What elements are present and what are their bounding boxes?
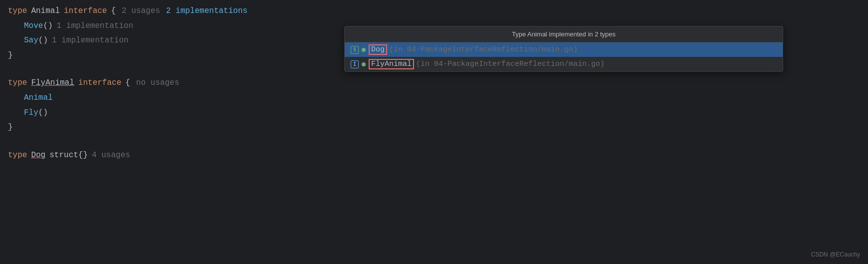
- struct-icon-dog: S: [351, 46, 359, 54]
- dot-icon-flyanimal: [362, 62, 366, 66]
- type-name-flyanimal: FlyAnimal: [31, 77, 74, 90]
- line-animal-embed: Animal: [0, 91, 868, 106]
- code-editor: type Animal interface { 2 usages 2 imple…: [0, 0, 868, 167]
- method-fly: Fly: [24, 107, 38, 120]
- method-move-parens: (): [43, 20, 52, 33]
- usages-count: 2 usages: [122, 5, 160, 18]
- keyword-type: type: [8, 5, 27, 18]
- popup-header: Type Animal implemented in 2 types: [345, 26, 783, 42]
- keyword-interface-fly: interface: [78, 77, 121, 90]
- keyword-type-dog: type: [8, 149, 27, 162]
- line-fly: Fly (): [0, 106, 868, 121]
- flyanimal-path: (in 04-PackageInterfaceReflection/main.g…: [416, 60, 605, 68]
- popup-name-box: Dog: [369, 45, 387, 54]
- move-implementation: 1 implementation: [57, 20, 134, 33]
- popup-item-flyanimal[interactable]: I FlyAnimal (in 04-PackageInterfaceRefle…: [345, 57, 783, 71]
- line-close-brace-fly: }: [0, 120, 868, 135]
- no-usages: no usages: [136, 77, 179, 90]
- dog-name-highlighted: Dog: [369, 44, 387, 55]
- type-name-animal: Animal: [31, 5, 60, 18]
- keyword-interface: interface: [64, 5, 107, 18]
- empty-line-2: [0, 135, 868, 148]
- method-fly-parens: (): [38, 107, 48, 120]
- close-brace-animal: }: [8, 49, 13, 62]
- method-say-parens: (): [38, 34, 48, 47]
- open-brace-fly: {: [125, 77, 130, 90]
- flyanimal-name-highlighted: FlyAnimal: [369, 59, 414, 69]
- keyword-type-fly: type: [8, 77, 27, 90]
- dot-icon-dog: [362, 48, 366, 52]
- embedded-animal: Animal: [24, 92, 53, 105]
- type-name-dog: Dog: [31, 149, 45, 162]
- watermark-text: CSDN @ΕCauchy: [811, 251, 860, 258]
- say-implementation: 1 implementation: [52, 34, 129, 47]
- popup-title: Type Animal implemented in 2 types: [512, 30, 616, 38]
- interface-icon-flyanimal: I: [351, 60, 359, 68]
- flyanimal-name-box: FlyAnimal: [369, 60, 414, 68]
- method-move: Move: [24, 20, 43, 33]
- method-say: Say: [24, 34, 38, 47]
- popup-item-dog[interactable]: S Dog (in 04-PackageInterfaceReflection/…: [345, 42, 783, 57]
- line-flyanimal-interface: type FlyAnimal interface { no usages: [0, 76, 868, 91]
- implementations-popup: Type Animal implemented in 2 types S Dog…: [344, 26, 783, 72]
- dog-usages: 4 usages: [92, 149, 130, 162]
- watermark: CSDN @ΕCauchy: [811, 251, 860, 258]
- implementations-link[interactable]: 2 implementations: [166, 5, 247, 18]
- open-brace: {: [111, 5, 116, 18]
- line-animal-interface: type Animal interface { 2 usages 2 imple…: [0, 4, 868, 19]
- line-dog-struct: type Dog struct{} 4 usages: [0, 148, 868, 163]
- close-brace-fly: }: [8, 121, 13, 134]
- dog-path: (in 04-PackageInterfaceReflection/main.g…: [389, 45, 578, 54]
- struct-literal: struct{}: [49, 149, 88, 162]
